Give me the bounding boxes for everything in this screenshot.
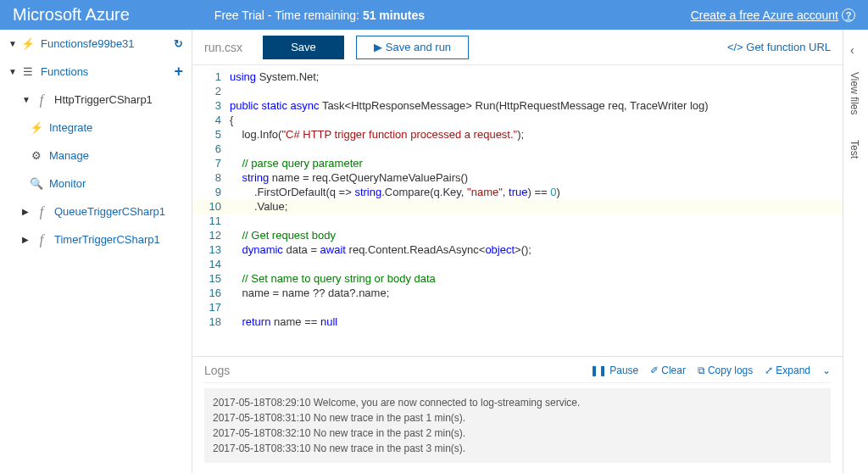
editor-line[interactable]: 9 .FirstOrDefault(q => string.Compare(q.… [192, 186, 843, 200]
log-line: 2017-05-18T08:29:10 Welcome, you are now… [213, 395, 822, 410]
lightning-icon: ⚡ [20, 37, 36, 50]
editor-line[interactable]: 7 // parse query parameter [192, 157, 843, 171]
right-sidebar: ‹ View files Test [843, 30, 868, 473]
sidebar-app-label: Functionsfe99be31 [41, 37, 135, 50]
line-number: 18 [192, 315, 230, 330]
sidebar-item-label: QueueTriggerCSharp1 [54, 205, 165, 218]
sidebar-item-label: Manage [49, 149, 89, 162]
sidebar-item-monitor[interactable]: 🔍Monitor [0, 170, 192, 198]
line-number: 17 [192, 301, 230, 315]
code-content: // Set name to query string or body data [230, 272, 436, 287]
log-line: 2017-05-18T08:33:10 No new trace in the … [213, 441, 822, 456]
line-number: 13 [192, 243, 230, 258]
search-icon: 🔍 [29, 177, 44, 190]
tab-test[interactable]: Test [849, 140, 860, 159]
code-editor[interactable]: 1using System.Net;23public static async … [192, 65, 843, 356]
function-icon: f [34, 232, 49, 248]
log-line: 2017-05-18T08:31:10 No new trace in the … [213, 410, 822, 426]
sidebar-item-function[interactable]: ▶fQueueTriggerCSharp1 [0, 198, 192, 225]
sidebar-functions-group[interactable]: ▼ ☰ Functions + [0, 58, 192, 86]
line-number: 9 [192, 186, 230, 200]
tab-view-files[interactable]: View files [849, 72, 860, 114]
editor-line[interactable]: 4{ [192, 114, 843, 128]
editor-line[interactable]: 8 string name = req.GetQueryNameValuePai… [192, 171, 843, 186]
logs-pause-button[interactable]: ❚❚Pause [590, 364, 638, 376]
sidebar-item-function[interactable]: ▼fHttpTriggerCSharp1 [0, 86, 192, 114]
line-number: 5 [192, 128, 230, 142]
line-number: 10 [192, 200, 230, 214]
caret-down-icon: ▼ [8, 67, 17, 76]
editor-line[interactable]: 1using System.Net; [192, 70, 843, 85]
editor-line[interactable]: 5 log.Info("C# HTTP trigger function pro… [192, 128, 843, 142]
code-content: .Value; [230, 200, 287, 214]
list-icon: ☰ [20, 65, 36, 78]
chevron-left-icon[interactable]: ‹ [850, 43, 854, 57]
caret-down-icon: ▼ [22, 95, 31, 104]
code-content: log.Info("C# HTTP trigger function proce… [230, 128, 524, 142]
editor-line[interactable]: 6 [192, 142, 843, 157]
add-function-button[interactable]: + [174, 63, 183, 81]
save-and-run-button[interactable]: ▶ Save and run [356, 36, 469, 59]
code-content: public static async Task<HttpResponseMes… [230, 99, 709, 114]
eraser-icon: ✐ [650, 364, 659, 376]
line-number: 15 [192, 272, 230, 287]
editor-line[interactable]: 17 [192, 301, 843, 315]
function-icon: f [34, 204, 49, 220]
sidebar-item-manage[interactable]: ⚙Manage [0, 142, 192, 170]
get-function-url-link[interactable]: </> Get function URL [727, 41, 831, 53]
code-content: // Get request body [230, 229, 336, 243]
editor-line[interactable]: 10 .Value; [192, 200, 843, 214]
editor-line[interactable]: 18 return name == null [192, 315, 843, 330]
caret-right-icon: ▶ [22, 207, 31, 216]
logs-clear-button[interactable]: ✐Clear [650, 364, 686, 376]
brand-logo: Microsoft Azure [13, 5, 130, 25]
function-icon: f [34, 92, 49, 108]
create-account-link[interactable]: Create a free Azure account ? [691, 8, 855, 22]
editor-line[interactable]: 16 name = name ?? data?.name; [192, 287, 843, 301]
line-number: 3 [192, 99, 230, 114]
code-content: using System.Net; [230, 70, 320, 85]
code-content: // parse query parameter [230, 157, 363, 171]
topbar: Microsoft Azure Free Trial - Time remain… [0, 0, 868, 30]
logs-expand-button[interactable]: ⤢Expand [765, 364, 810, 376]
line-number: 2 [192, 85, 230, 99]
copy-icon: ⧉ [698, 364, 705, 376]
sidebar-app-root[interactable]: ▼ ⚡ Functionsfe99be31 ↻ [0, 30, 192, 58]
filename-label: run.csx [204, 41, 242, 54]
line-number: 1 [192, 70, 230, 85]
code-content: { [230, 114, 233, 128]
editor-line[interactable]: 14 [192, 258, 843, 272]
logs-output: 2017-05-18T08:29:10 Welcome, you are now… [204, 388, 831, 463]
help-icon: ? [842, 8, 855, 22]
code-content: dynamic data = await req.Content.ReadAsA… [230, 243, 531, 258]
editor-line[interactable]: 3public static async Task<HttpResponseMe… [192, 99, 843, 114]
sidebar-item-integrate[interactable]: ⚡Integrate [0, 114, 192, 142]
code-content: name = name ?? data?.name; [230, 287, 389, 301]
line-number: 12 [192, 229, 230, 243]
chevron-down-icon[interactable]: ⌄ [822, 364, 831, 376]
logs-panel: Logs ❚❚Pause ✐Clear ⧉Copy logs ⤢Expand ⌄… [192, 356, 843, 473]
line-number: 14 [192, 258, 230, 272]
line-number: 7 [192, 157, 230, 171]
refresh-button[interactable]: ↻ [174, 37, 183, 50]
editor-toolbar: run.csx Save ▶ Save and run </> Get func… [192, 30, 843, 65]
editor-line[interactable]: 13 dynamic data = await req.Content.Read… [192, 243, 843, 258]
play-icon: ▶ [374, 41, 382, 53]
sidebar-item-label: Integrate [49, 121, 92, 134]
sidebar-item-label: Monitor [49, 177, 86, 190]
line-number: 8 [192, 171, 230, 186]
code-content: return name == null [230, 315, 337, 330]
main-panel: run.csx Save ▶ Save and run </> Get func… [192, 30, 843, 473]
sidebar-item-function[interactable]: ▶fTimerTriggerCSharp1 [0, 225, 192, 253]
sidebar-functions-label: Functions [41, 65, 88, 78]
sidebar-item-label: TimerTriggerCSharp1 [54, 233, 160, 246]
pause-icon: ❚❚ [590, 364, 607, 376]
editor-line[interactable]: 12 // Get request body [192, 229, 843, 243]
editor-line[interactable]: 2 [192, 85, 843, 99]
save-button[interactable]: Save [263, 36, 344, 59]
code-content: .FirstOrDefault(q => string.Compare(q.Ke… [230, 186, 560, 200]
editor-line[interactable]: 11 [192, 214, 843, 229]
code-content: string name = req.GetQueryNameValuePairs… [230, 171, 468, 186]
logs-copy-button[interactable]: ⧉Copy logs [698, 364, 753, 376]
editor-line[interactable]: 15 // Set name to query string or body d… [192, 272, 843, 287]
